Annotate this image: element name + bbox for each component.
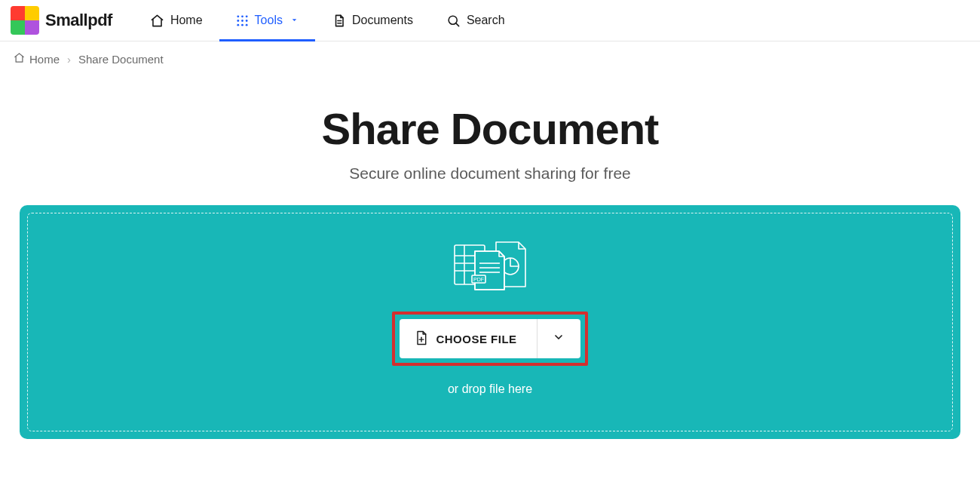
- choose-file-highlight: CHOOSE FILE: [392, 312, 587, 366]
- chevron-down-icon: [553, 331, 565, 346]
- svg-point-6: [237, 23, 239, 26]
- nav-search[interactable]: Search: [430, 0, 522, 41]
- svg-point-4: [241, 20, 243, 22]
- choose-file-button[interactable]: CHOOSE FILE: [400, 319, 536, 358]
- hero: Share Document Secure online document sh…: [0, 103, 980, 183]
- nav-tools[interactable]: Tools: [219, 0, 315, 41]
- breadcrumb-current: Share Document: [78, 53, 164, 66]
- svg-point-0: [237, 15, 239, 17]
- logo[interactable]: Smallpdf: [11, 6, 112, 35]
- breadcrumb-separator: ›: [67, 53, 71, 66]
- choose-file-label: CHOOSE FILE: [436, 333, 516, 345]
- drop-hint: or drop file here: [448, 382, 532, 396]
- nav-home-label: Home: [170, 14, 203, 27]
- drop-zone-inner: PDF CHOOSE FILE or drop file here: [27, 213, 953, 431]
- choose-file-group: CHOOSE FILE: [400, 319, 580, 358]
- nav-items: Home Tools Documents Search: [133, 0, 522, 41]
- svg-point-1: [241, 15, 243, 17]
- svg-line-12: [456, 23, 459, 26]
- page-subtitle: Secure online document sharing for free: [0, 164, 980, 183]
- file-add-icon: [415, 330, 428, 348]
- caret-down-icon: [290, 14, 299, 27]
- top-nav: Smallpdf Home Tools Documents: [0, 0, 980, 41]
- breadcrumb-home[interactable]: Home: [14, 52, 60, 66]
- home-icon: [150, 14, 164, 28]
- nav-documents[interactable]: Documents: [315, 0, 430, 41]
- nav-home[interactable]: Home: [133, 0, 219, 41]
- nav-documents-label: Documents: [352, 14, 413, 27]
- home-icon: [14, 52, 25, 66]
- breadcrumb-home-label: Home: [29, 53, 60, 66]
- svg-point-7: [241, 23, 243, 26]
- logo-icon: [11, 6, 39, 35]
- breadcrumb: Home › Share Document: [0, 41, 980, 76]
- brand-name: Smallpdf: [45, 11, 112, 30]
- svg-point-8: [245, 23, 247, 26]
- document-icon: [332, 14, 346, 28]
- svg-text:PDF: PDF: [473, 277, 484, 282]
- drop-zone[interactable]: PDF CHOOSE FILE or drop file here: [20, 205, 960, 439]
- choose-file-dropdown[interactable]: [537, 319, 580, 358]
- svg-point-2: [245, 15, 247, 17]
- files-illustration-icon: PDF: [452, 241, 528, 295]
- nav-tools-label: Tools: [255, 14, 283, 27]
- svg-point-5: [245, 20, 247, 22]
- search-icon: [446, 14, 461, 28]
- nav-search-label: Search: [467, 14, 505, 27]
- breadcrumb-current-label: Share Document: [78, 53, 164, 66]
- page-title: Share Document: [0, 103, 980, 154]
- grid-icon: [236, 14, 249, 27]
- svg-point-3: [237, 20, 239, 22]
